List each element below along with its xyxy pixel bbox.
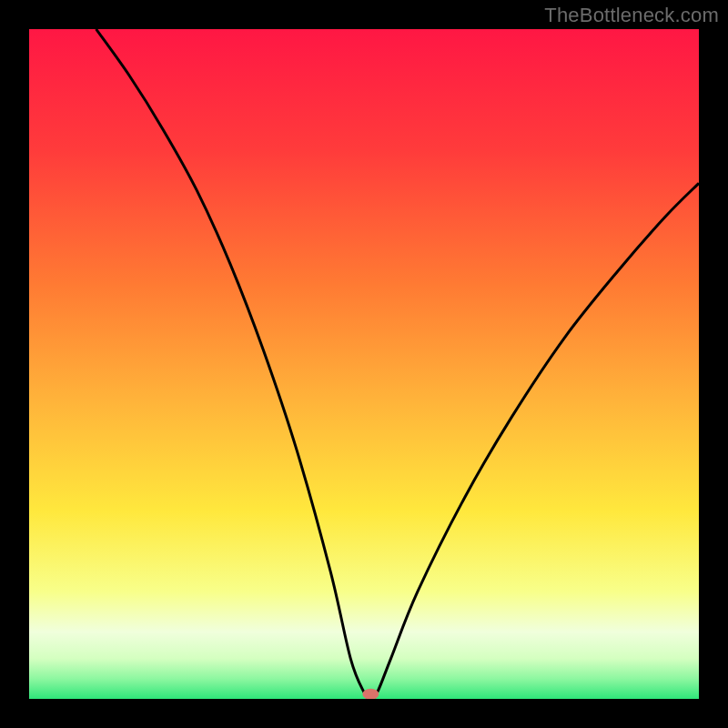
bottleneck-chart-svg [29, 29, 699, 699]
gradient-background [29, 29, 699, 699]
chart-plot-area [29, 29, 699, 699]
watermark-text: TheBottleneck.com [544, 4, 719, 27]
